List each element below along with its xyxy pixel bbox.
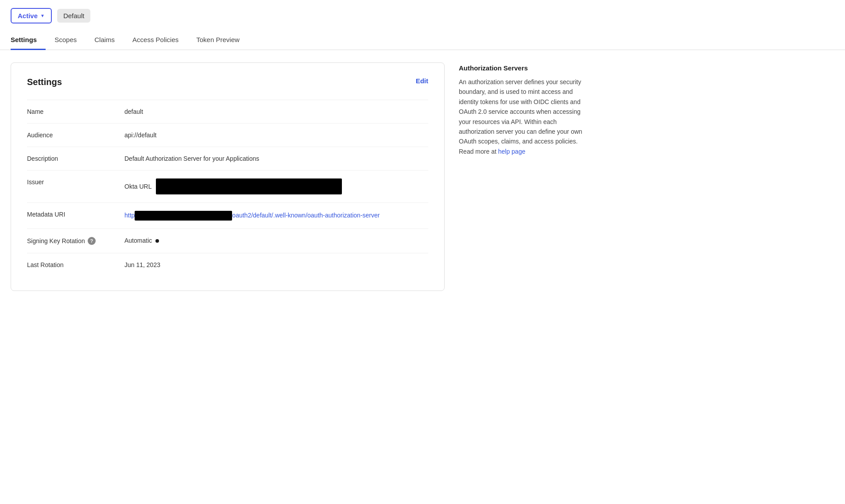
label-audience: Audience bbox=[27, 132, 124, 139]
tab-token-preview[interactable]: Token Preview bbox=[187, 31, 248, 50]
dropdown-caret-icon: ▼ bbox=[40, 13, 45, 18]
tab-access-policies[interactable]: Access Policies bbox=[124, 31, 187, 50]
settings-row-name: Name default bbox=[27, 100, 428, 123]
label-signing: Signing Key Rotation ? bbox=[27, 237, 124, 245]
label-issuer: Issuer bbox=[27, 178, 124, 186]
sidebar-description-text: An authorization server defines your sec… bbox=[459, 78, 582, 155]
tab-scopes[interactable]: Scopes bbox=[46, 31, 85, 50]
label-metadata: Metadata URI bbox=[27, 211, 124, 218]
default-badge: Default bbox=[57, 9, 91, 23]
settings-row-last-rotation: Last Rotation Jun 11, 2023 bbox=[27, 253, 428, 276]
active-dropdown-button[interactable]: Active ▼ bbox=[11, 8, 52, 23]
card-title: Settings bbox=[27, 77, 62, 87]
settings-row-issuer: Issuer Okta URL bbox=[27, 170, 428, 202]
top-bar: Active ▼ Default bbox=[0, 0, 845, 31]
main-content: Settings Edit Name default Audience api:… bbox=[0, 50, 845, 303]
issuer-content: Okta URL bbox=[124, 178, 428, 194]
value-signing: Automatic bbox=[124, 237, 428, 244]
signing-value-text: Automatic bbox=[124, 237, 152, 244]
signing-help-icon[interactable]: ? bbox=[88, 237, 96, 245]
value-description: Default Authorization Server for your Ap… bbox=[124, 155, 428, 162]
signing-label-text: Signing Key Rotation bbox=[27, 237, 85, 244]
settings-row-signing: Signing Key Rotation ? Automatic bbox=[27, 229, 428, 253]
settings-card: Settings Edit Name default Audience api:… bbox=[11, 62, 445, 291]
okta-url-label: Okta URL bbox=[124, 183, 151, 190]
settings-row-metadata: Metadata URI httpoauth2/default/.well-kn… bbox=[27, 202, 428, 229]
label-last-rotation: Last Rotation bbox=[27, 261, 124, 268]
settings-row-description: Description Default Authorization Server… bbox=[27, 147, 428, 170]
sidebar-description: An authorization server defines your sec… bbox=[459, 77, 592, 156]
dot-indicator bbox=[155, 239, 159, 243]
card-header: Settings Edit bbox=[27, 77, 428, 87]
label-description: Description bbox=[27, 155, 124, 162]
label-name: Name bbox=[27, 108, 124, 115]
sidebar: Authorization Servers An authorization s… bbox=[459, 62, 592, 291]
settings-row-audience: Audience api://default bbox=[27, 123, 428, 147]
value-issuer: Okta URL bbox=[124, 178, 428, 194]
value-last-rotation: Jun 11, 2023 bbox=[124, 261, 428, 268]
tab-claims[interactable]: Claims bbox=[85, 31, 124, 50]
value-audience: api://default bbox=[124, 132, 428, 139]
sidebar-title: Authorization Servers bbox=[459, 64, 592, 72]
value-metadata: httpoauth2/default/.well-known/oauth-aut… bbox=[124, 211, 428, 221]
value-name: default bbox=[124, 108, 428, 115]
metadata-redacted bbox=[135, 211, 232, 221]
metadata-prefix: http bbox=[124, 212, 135, 219]
metadata-link[interactable]: httpoauth2/default/.well-known/oauth-aut… bbox=[124, 211, 428, 221]
issuer-redacted bbox=[156, 178, 342, 194]
edit-button[interactable]: Edit bbox=[416, 77, 428, 85]
tabs-nav: Settings Scopes Claims Access Policies T… bbox=[0, 31, 845, 50]
sidebar-help-link[interactable]: help page bbox=[498, 148, 526, 155]
metadata-uri-link[interactable]: httpoauth2/default/.well-known/oauth-aut… bbox=[124, 211, 380, 221]
metadata-suffix: oauth2/default/.well-known/oauth-authori… bbox=[232, 212, 380, 219]
tab-settings[interactable]: Settings bbox=[11, 31, 46, 50]
active-label: Active bbox=[18, 12, 38, 19]
